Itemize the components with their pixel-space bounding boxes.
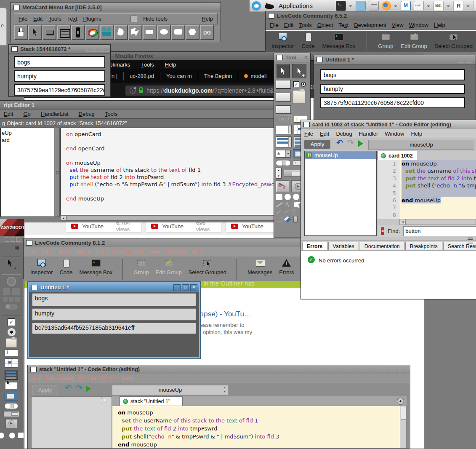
close-find-icon[interactable]: × — [381, 227, 384, 235]
tool-projector-button[interactable] — [100, 25, 114, 40]
tool-hand-button[interactable] — [14, 25, 28, 40]
list-a-tool[interactable] — [276, 136, 292, 147]
menu-item-tools[interactable]: Tools — [48, 16, 61, 22]
checkbox-w-icon[interactable] — [8, 318, 15, 326]
player-w-icon[interactable] — [5, 419, 17, 428]
menu-item-view[interactable]: View — [149, 249, 161, 255]
run-icon[interactable] — [358, 140, 363, 147]
menu-item-edit[interactable]: Edit — [41, 249, 51, 255]
menu-item-edit[interactable]: Edit — [45, 375, 54, 382]
card-editor-menubar[interactable]: FileEditDebugHandlerWindowHelp — [301, 129, 476, 138]
run-icon[interactable] — [86, 385, 91, 392]
menu-item-text[interactable]: Text — [338, 22, 348, 28]
tab-documentation[interactable]: Documentation — [360, 242, 404, 250]
tab-stack-untitled-1[interactable]: stack "Untitled 1" — [120, 396, 183, 406]
menu-item-help[interactable]: Help — [434, 22, 445, 28]
tool-palette-button[interactable] — [85, 25, 99, 40]
menu-item-object[interactable]: Object — [317, 22, 333, 28]
tab-breakpoints[interactable]: Breakpoints — [405, 242, 442, 250]
check-radio-tool[interactable] — [293, 80, 307, 88]
shapes-w-icon[interactable] — [0, 432, 23, 439]
pencil-sm-tool[interactable] — [283, 209, 289, 214]
firefox-icon[interactable] — [382, 1, 391, 11]
minimize-button[interactable] — [86, 46, 93, 52]
mc-icon[interactable] — [433, 1, 444, 11]
inspector-button[interactable]: Inspector — [271, 32, 294, 49]
table-w-icon[interactable] — [5, 358, 18, 368]
stack-titlebar[interactable]: Stack 1544616072 * — [9, 45, 110, 53]
undo-icon[interactable]: ↶ — [336, 139, 343, 147]
find-input[interactable] — [403, 226, 476, 236]
menu-item-help[interactable]: Help — [202, 16, 213, 22]
spinner-icon[interactable]: ▴▾ — [224, 385, 226, 394]
bucket-tool[interactable] — [284, 216, 291, 223]
text-field[interactable]: bc79135ad544fb5257185ab319641eff - — [32, 323, 196, 334]
lc812-menubar[interactable]: FileEditToolsObjectTextDevelopmentViewWi… — [24, 247, 302, 257]
chevron-down-icon[interactable] — [447, 1, 450, 11]
maximize-button[interactable] — [94, 46, 101, 52]
inspector-button[interactable]: Inspector — [30, 258, 53, 275]
cabinet-icon[interactable] — [369, 1, 379, 11]
cursor-dark-tool[interactable] — [276, 64, 290, 78]
scrollbar-thumb[interactable] — [401, 407, 406, 420]
edit-group-button[interactable]: Edit Group — [401, 32, 427, 49]
lc652-titlebar[interactable]: LiveCode Community 6.5.2 — [266, 11, 476, 21]
menu-item-window[interactable]: Window — [100, 375, 119, 382]
menu-item-tools[interactable]: Tools — [105, 111, 117, 117]
menu-item-debug[interactable]: Debug — [79, 111, 95, 117]
text-field[interactable]: humpty — [14, 70, 105, 82]
tool-dg-button[interactable]: DG — [200, 25, 214, 40]
tool-roundrect-button[interactable] — [171, 25, 185, 40]
menu-item-file[interactable]: File — [19, 16, 27, 22]
apply-button[interactable]: Apply — [32, 385, 58, 395]
cat-icon[interactable] — [264, 1, 276, 11]
browser-tab[interactable]: modeli — [238, 73, 272, 79]
maximize-button[interactable]: □ — [182, 284, 189, 291]
tab-errors[interactable]: Errors — [302, 242, 327, 250]
maximize-button[interactable] — [466, 57, 472, 63]
r-icon[interactable] — [453, 1, 463, 11]
list-w-icon[interactable] — [5, 370, 18, 380]
menu-item-help[interactable]: Help — [411, 131, 422, 137]
undo-icon[interactable]: ↶ — [65, 384, 72, 392]
menu-item-text[interactable]: Text — [67, 16, 77, 22]
entry-w-icon[interactable] — [5, 350, 18, 356]
menu-item-window[interactable]: Window — [166, 249, 186, 255]
text-field[interactable]: bogs — [14, 56, 105, 68]
folder-tool[interactable] — [293, 90, 306, 104]
close-button[interactable] — [212, 4, 218, 10]
select-grouped-button[interactable]: Select Grouped — [435, 32, 473, 49]
tool-palette-titlebar[interactable]: Tool ✕ — [274, 53, 310, 62]
menu-item-tools[interactable]: Tools — [299, 22, 311, 28]
close-icon[interactable]: ✕ — [304, 55, 308, 60]
browser-tab[interactable]: You can m — [160, 73, 198, 79]
tab-card-1002[interactable]: card 1002 — [378, 151, 418, 160]
stack-editor-titlebar[interactable]: stack "Untitled 1" - Code Editor (editin… — [28, 365, 410, 374]
maximize-button[interactable] — [394, 366, 400, 372]
handler-list-panel[interactable]: HmouseUp — [304, 151, 377, 236]
handler-item[interactable]: ard — [1, 136, 54, 144]
slider-h-tool[interactable] — [276, 160, 291, 166]
scroll-left-arrow[interactable]: ◂ — [400, 219, 406, 224]
minimize-button[interactable] — [5, 237, 9, 242]
hide-tools-checkbox[interactable] — [130, 16, 137, 22]
track-bar-tool[interactable] — [284, 170, 301, 176]
browser-tab[interactable]: The Beginn — [198, 73, 238, 79]
slider-w-icon[interactable] — [5, 403, 18, 409]
menu-item-text[interactable]: Text — [96, 249, 106, 255]
radio-w-icon[interactable] — [8, 328, 16, 336]
combo-tool[interactable] — [276, 150, 291, 158]
messages-button[interactable]: Messages — [247, 258, 272, 275]
group-button[interactable]: Group — [133, 258, 149, 275]
result-link-blue[interactable]: lapse) - YouTu… — [198, 310, 251, 318]
errors-button[interactable]: Errors — [279, 258, 294, 275]
url-text[interactable]: https://duckduckgo.com/?q=blender+2.8+fl… — [146, 87, 274, 94]
chevron-down-icon[interactable] — [427, 1, 431, 11]
menu-item-debug[interactable]: Debug — [58, 375, 74, 382]
chevron-down-icon[interactable] — [466, 1, 470, 11]
close-button[interactable]: ✕ — [190, 284, 197, 291]
message-box-button[interactable]: Message Box — [322, 32, 356, 49]
menu-item-edit[interactable]: Edit — [33, 16, 43, 22]
tool-curve-button[interactable] — [114, 25, 128, 40]
horizontal-scrollbar[interactable]: ◂ — [60, 215, 276, 221]
